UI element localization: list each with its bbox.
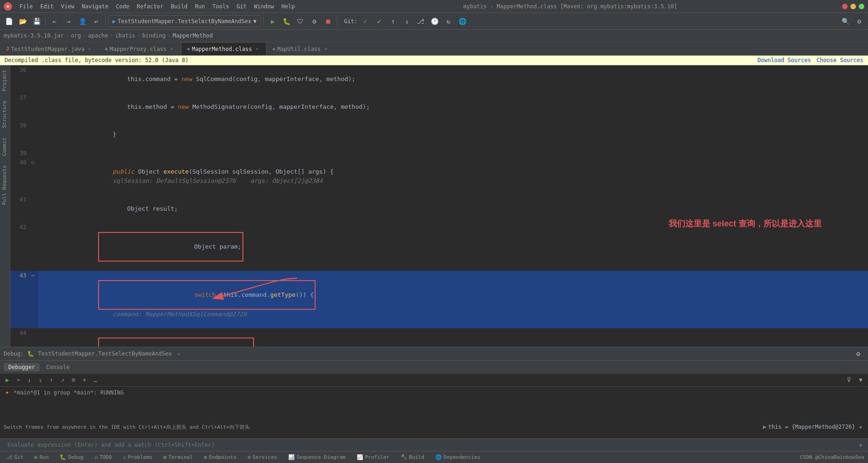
bc-binding[interactable]: binding <box>142 32 166 39</box>
git-down-button[interactable]: ↓ <box>401 15 413 27</box>
choose-sources-link[interactable]: Choose Sources <box>817 57 863 63</box>
add-watch-expression-button[interactable]: + <box>857 423 864 432</box>
sequence-diagram-status-btn[interactable]: 📊 Sequence Diagram <box>285 454 348 461</box>
tab-mapperproxy[interactable]: ◈ MapperProxy.class × <box>99 42 181 55</box>
menu-code[interactable]: Code <box>112 2 133 11</box>
endpoints-status-btn[interactable]: ⊕ Endpoints <box>201 454 239 461</box>
menu-window[interactable]: Window <box>250 2 278 11</box>
search-button[interactable]: 🔍 <box>839 15 851 27</box>
stop-button[interactable]: ⏹ <box>322 15 334 27</box>
gutter-38 <box>31 121 38 149</box>
frames-hint-text: Switch frames from anywhere in the IDE w… <box>4 424 250 431</box>
filter-button[interactable]: ⊽ <box>845 375 853 384</box>
close-button[interactable] <box>842 4 848 9</box>
debug-close-button[interactable]: × <box>175 350 182 357</box>
minimize-button[interactable] <box>850 4 856 9</box>
bc-apache[interactable]: apache <box>88 32 108 39</box>
add-expression-button[interactable]: + <box>857 441 864 450</box>
run-button[interactable]: ▶ <box>267 15 279 27</box>
bc-ibatis[interactable]: ibatis <box>115 32 135 39</box>
tab-label-teststudentmapper: TestStudentMapper.java <box>11 46 85 52</box>
console-tab[interactable]: Console <box>42 363 74 371</box>
tab-mappermethod[interactable]: ◈ MapperMethod.class × <box>181 42 267 55</box>
git-status-label: Git <box>14 454 24 460</box>
git-up-button[interactable]: ↑ <box>387 15 399 27</box>
class-file-icon-2: ◈ <box>187 46 190 52</box>
menu-build[interactable]: Build <box>167 2 191 11</box>
terminal-status-btn[interactable]: ⊞ Terminal <box>161 454 196 461</box>
menu-file[interactable]: File <box>16 2 37 11</box>
bc-mappermethod[interactable]: MapperMethod <box>173 32 213 39</box>
open-button[interactable]: 📂 <box>17 15 29 27</box>
git-refresh-button[interactable]: ↻ <box>442 15 454 27</box>
terminal-icon: ⊞ <box>163 454 167 460</box>
maximize-button[interactable] <box>859 4 864 9</box>
todo-status-btn[interactable]: ☑ TODO <box>92 454 115 461</box>
this-value: this = {MapperMethod@2726} <box>768 424 855 430</box>
notice-actions: Download Sources Choose Sources <box>757 57 863 63</box>
debugger-tab[interactable]: Debugger <box>4 363 40 371</box>
coverage-button[interactable]: 🛡 <box>294 15 306 27</box>
run-to-cursor-button[interactable]: ↗ <box>59 375 66 384</box>
tab-teststudentmapper[interactable]: J TestStudentMapper.java × <box>0 42 99 55</box>
profiler-status-btn[interactable]: 📈 Profiler <box>354 454 392 461</box>
run-status-btn[interactable]: ▶ Run <box>32 454 52 461</box>
tab-close-maputil[interactable]: × <box>322 46 329 52</box>
undo-button[interactable]: ↩ <box>90 15 102 27</box>
force-step-into-button[interactable]: ⇓ <box>37 375 44 384</box>
debug-button[interactable]: 🐛 <box>280 15 292 27</box>
menu-tools[interactable]: Tools <box>209 2 233 11</box>
evaluate-button[interactable]: ≡ <box>70 375 77 384</box>
save-button[interactable]: 💾 <box>31 15 43 27</box>
menu-git[interactable]: Git <box>233 2 250 11</box>
profile-button[interactable]: 👤 <box>76 15 88 27</box>
git-translate-button[interactable]: 🌐 <box>456 15 468 27</box>
project-panel-tab[interactable]: Project <box>0 65 10 96</box>
menu-navigate[interactable]: Navigate <box>78 2 112 11</box>
tab-close-mappermethod[interactable]: × <box>254 46 260 52</box>
menu-edit[interactable]: Edit <box>37 2 57 11</box>
download-sources-link[interactable]: Download Sources <box>757 57 811 63</box>
run-config-dropdown[interactable]: ▶ TestStudentMapper.TestSelectByNameAndS… <box>108 15 260 27</box>
menu-view[interactable]: View <box>57 2 78 11</box>
bc-org[interactable]: org <box>71 32 81 39</box>
tab-close-mapperproxy[interactable]: × <box>168 46 175 52</box>
menu-run[interactable]: Run <box>191 2 209 11</box>
expression-input[interactable] <box>4 440 855 450</box>
git-history-button[interactable]: 🕐 <box>428 15 440 27</box>
step-into-button[interactable]: ↓ <box>26 375 33 384</box>
build-status-btn[interactable]: 🔨 Build <box>398 454 427 461</box>
menu-help[interactable]: Help <box>278 2 298 11</box>
resume-button[interactable]: ▶ <box>4 375 11 384</box>
gutter-37 <box>31 93 38 121</box>
step-out-button[interactable]: ↑ <box>48 375 55 384</box>
settings-button[interactable]: ⚙ <box>853 15 865 27</box>
code-line-36: 36 this.command = new SqlCommand(config,… <box>10 65 868 93</box>
debug-status-btn[interactable]: 🐛 Debug <box>57 454 86 461</box>
pull-requests-panel-tab[interactable]: Pull Requests <box>0 161 10 210</box>
services-status-btn[interactable]: ⚙ Services <box>245 454 280 461</box>
tab-close-teststudentmapper[interactable]: × <box>87 46 93 52</box>
add-watch-button[interactable]: + <box>81 375 88 384</box>
more-debug-button[interactable]: … <box>92 375 99 384</box>
more-run-button[interactable]: ⚙ <box>308 15 320 27</box>
filter-chevron-button[interactable]: ▼ <box>857 375 864 384</box>
code-scroll[interactable]: 36 this.command = new SqlCommand(config,… <box>10 65 868 347</box>
forward-button[interactable]: → <box>62 15 74 27</box>
structure-panel-tab[interactable]: Structure <box>0 96 10 133</box>
dependencies-status-btn[interactable]: 🌐 Dependencies <box>433 454 483 461</box>
problems-status-btn[interactable]: ⚠ Problems <box>120 454 155 461</box>
debug-status-label: Debug <box>68 454 83 460</box>
tab-maputil[interactable]: ◈ MapUtil.class × <box>267 42 335 55</box>
git-tick-button[interactable]: ✔ <box>373 15 385 27</box>
git-status-btn[interactable]: ⎇ Git <box>4 454 26 461</box>
debug-settings-icon[interactable]: ⚙ <box>852 348 864 360</box>
commit-panel-tab[interactable]: Commit <box>0 133 10 161</box>
back-button[interactable]: ← <box>49 15 61 27</box>
git-check-button[interactable]: ✓ <box>359 15 371 27</box>
menu-refactor[interactable]: Refactor <box>133 2 167 11</box>
git-branch-button[interactable]: ⎇ <box>415 15 427 27</box>
step-over-button[interactable]: ↷ <box>15 375 22 384</box>
new-file-button[interactable]: 📄 <box>3 15 15 27</box>
bc-mybatis[interactable]: mybatis-3.5.10.jar <box>4 32 64 39</box>
